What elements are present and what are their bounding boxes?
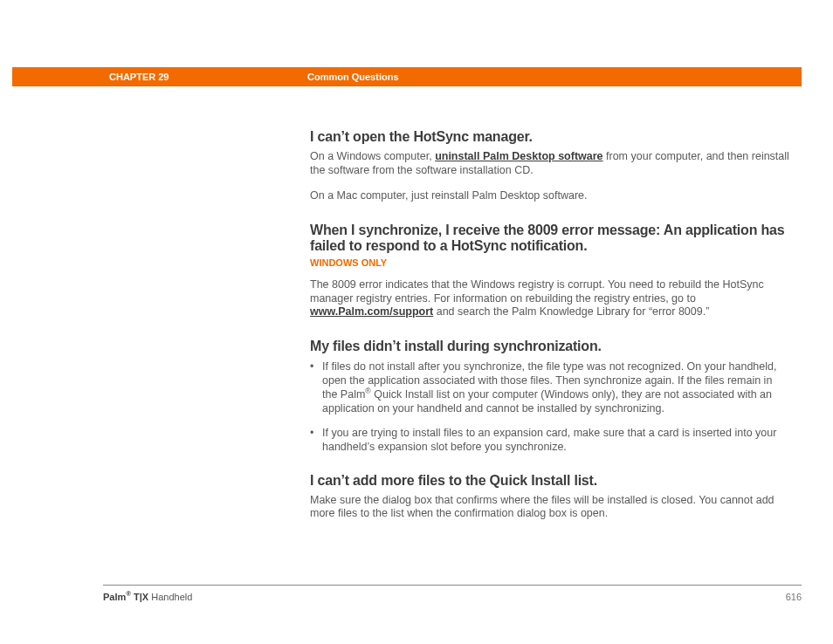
product-suffix: Handheld	[148, 592, 192, 602]
paragraph: Make sure the dialog box that confirms w…	[310, 494, 790, 521]
windows-only-badge: WINDOWS ONLY	[310, 257, 790, 268]
document-page: CHAPTER 29 Common Questions I can’t open…	[0, 0, 833, 644]
footer-divider	[103, 585, 802, 586]
heading: When I synchronize, I receive the 8009 e…	[310, 223, 790, 254]
model: T|X	[131, 592, 148, 602]
heading: I can’t open the HotSync manager.	[310, 129, 790, 145]
product-name: Palm® T|X Handheld	[103, 592, 192, 602]
paragraph: On a Mac computer, just reinstall Palm D…	[310, 189, 790, 203]
link-palm-support[interactable]: www.Palm.com/support	[310, 305, 433, 318]
chapter-label: CHAPTER 29	[109, 72, 169, 82]
text: The 8009 error indicates that the Window…	[310, 278, 764, 305]
heading: My files didn’t install during synchroni…	[310, 339, 790, 354]
section-quick-install-list: I can’t add more files to the Quick Inst…	[310, 473, 790, 521]
list-item: If files do not install after you synchr…	[310, 360, 790, 415]
section-label: Common Questions	[307, 72, 399, 82]
section-error-8009: When I synchronize, I receive the 8009 e…	[310, 223, 790, 319]
text: On a Windows computer,	[310, 150, 435, 162]
link-uninstall-palm-desktop[interactable]: uninstall Palm Desktop software	[435, 150, 602, 162]
heading: I can’t add more files to the Quick Inst…	[310, 473, 790, 489]
text: Quick Install list on your computer (Win…	[322, 388, 772, 414]
content-area: I can’t open the HotSync manager. On a W…	[310, 129, 790, 540]
paragraph: On a Windows computer, uninstall Palm De…	[310, 150, 790, 177]
list-item: If you are trying to install files to an…	[310, 426, 790, 454]
page-number: 616	[786, 592, 802, 602]
paragraph: The 8009 error indicates that the Window…	[310, 278, 790, 319]
section-files-not-install: My files didn’t install during synchroni…	[310, 339, 790, 454]
footer: Palm® T|X Handheld 616	[103, 592, 802, 602]
section-hotsync-open: I can’t open the HotSync manager. On a W…	[310, 129, 790, 203]
text: and search the Palm Knowledge Library fo…	[433, 305, 709, 318]
brand: Palm	[103, 592, 126, 602]
bullet-list: If files do not install after you synchr…	[310, 360, 790, 454]
header-bar: CHAPTER 29 Common Questions	[12, 67, 802, 86]
